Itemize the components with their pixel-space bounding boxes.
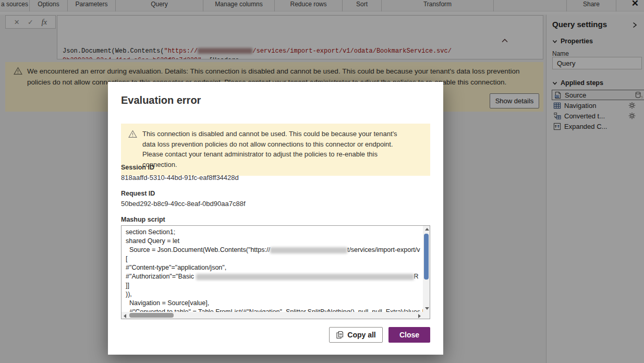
evaluation-error-dialog: Evaluation error This connection is disa… xyxy=(108,82,443,355)
script-line: )), xyxy=(126,290,421,299)
scroll-left-icon[interactable] xyxy=(124,314,126,318)
script-line: shared Query = let xyxy=(126,237,421,246)
code-text: )), xyxy=(126,291,132,298)
code-text: Source = Json.Document(Web.Contents("htt… xyxy=(126,246,270,253)
code-text: [ xyxy=(126,255,127,262)
horizontal-scroll-thumb[interactable] xyxy=(129,313,174,318)
script-line: Source = Json.Document(Web.Contents("htt… xyxy=(126,246,421,255)
script-line: #"Authorization"="Basic R xyxy=(126,272,421,281)
scroll-right-icon[interactable] xyxy=(418,314,421,318)
power-query-editor: a sourcesOptionsParametersQueryManage co… xyxy=(0,0,644,363)
code-text: ]] xyxy=(126,282,129,289)
vertical-scroll-thumb[interactable] xyxy=(424,234,429,280)
code-text: R xyxy=(414,273,419,280)
code-text: t/services/import-export/v xyxy=(347,246,420,253)
dialog-footer: Copy all Close xyxy=(329,327,430,343)
close-button[interactable]: Close xyxy=(388,327,430,343)
copy-all-button[interactable]: Copy all xyxy=(329,327,383,343)
code-text: shared Query = let xyxy=(126,237,179,245)
copy-icon xyxy=(336,331,344,339)
mashup-script-box[interactable]: section Section1;shared Query = let Sour… xyxy=(121,225,430,319)
code-text: section Section1; xyxy=(126,228,175,236)
mashup-script-content: section Section1;shared Query = let Sour… xyxy=(121,226,423,312)
script-line: [ xyxy=(126,255,421,263)
session-id-label: Session ID xyxy=(121,164,154,171)
script-line: #"Converted to table" = Table.FromList(#… xyxy=(126,308,421,312)
redacted-text xyxy=(196,274,414,280)
mashup-script-label: Mashup script xyxy=(121,216,165,223)
redacted-text xyxy=(270,247,347,253)
script-line: Navigation = Source[value], xyxy=(126,299,421,308)
session-id-value: 818aaffd-5310-44bd-91fc-eaf8ff34428d xyxy=(121,174,239,182)
code-text: #"Authorization"="Basic xyxy=(126,273,196,280)
dialog-warning-box: This connection is disabled and cannot b… xyxy=(121,124,430,176)
dialog-title: Evaluation error xyxy=(121,94,201,106)
script-line: ]] xyxy=(126,281,421,290)
vertical-scrollbar[interactable] xyxy=(423,226,430,312)
copy-all-label: Copy all xyxy=(347,331,375,339)
code-text: #"Converted to table" = Table.FromList(#… xyxy=(126,308,423,312)
scroll-down-icon[interactable] xyxy=(425,307,429,310)
script-line: #"Content-type"="application/json", xyxy=(126,263,421,272)
code-text: Navigation = Source[value], xyxy=(126,299,209,307)
script-line: section Section1; xyxy=(126,228,421,237)
horizontal-scrollbar[interactable] xyxy=(121,312,423,319)
scroll-up-icon[interactable] xyxy=(425,228,429,231)
request-id-label: Request ID xyxy=(121,190,155,197)
dialog-warning-text: This connection is disabled and cannot b… xyxy=(142,129,408,170)
code-text: #"Content-type"="application/json", xyxy=(126,264,226,271)
scrollbar-corner xyxy=(423,312,430,319)
request-id-value: 50bed292-b8c9-49cc-8eaf-0bd90aa7c88f xyxy=(121,200,246,208)
